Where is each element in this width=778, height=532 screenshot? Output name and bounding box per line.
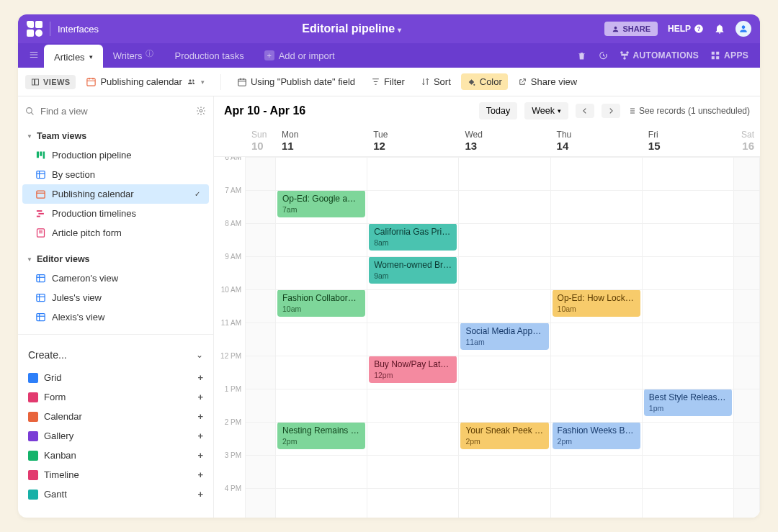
calendar-col-fri[interactable]: Best Style Release...1pm xyxy=(643,157,734,518)
calendar-day-headers: Sun10Mon11Tue12Wed13Thu14Fri15Sat16 xyxy=(214,125,760,157)
using-field-button[interactable]: Using "Publish date" field xyxy=(231,73,361,90)
view-item-label: Production pipeline xyxy=(52,150,132,161)
view-sidebar: ▼ Team views Production pipelineBy secti… xyxy=(18,96,214,518)
view-name-button[interactable]: Publishing calendar ▾ xyxy=(80,73,210,90)
event-title: Best Style Release... xyxy=(649,392,729,402)
color-button[interactable]: Color xyxy=(461,73,508,90)
event-time: 9am xyxy=(374,271,452,280)
create-item[interactable]: Kanban+ xyxy=(18,446,213,465)
time-gutter: 6 AM7 AM8 AM9 AM10 AM11 AM12 PM1 PM2 PM3… xyxy=(214,157,246,518)
calendar-col-sat[interactable] xyxy=(734,157,760,518)
interfaces-link[interactable]: Interfaces xyxy=(58,24,99,35)
view-item-label: Production timelines xyxy=(52,208,136,219)
prev-week-button[interactable] xyxy=(576,104,594,118)
event-title: Your Sneak Peek at... xyxy=(465,425,548,436)
share-button[interactable]: SHARE xyxy=(604,22,658,36)
svg-rect-9 xyxy=(32,79,35,85)
tab-writers[interactable]: Writersⓘ xyxy=(103,46,165,66)
list-icon xyxy=(627,107,636,115)
team-view-item[interactable]: Production pipeline xyxy=(18,145,213,165)
calendar-event[interactable]: Fashion Weeks Bal...2pm xyxy=(553,422,640,449)
event-time: 12pm xyxy=(374,371,452,379)
brand-icon[interactable] xyxy=(27,21,43,37)
next-week-button[interactable] xyxy=(602,104,620,118)
create-item[interactable]: Gallery+ xyxy=(18,426,213,446)
hour-label: 7 AM xyxy=(214,186,246,194)
calendar-col-tue[interactable]: California Gas Pric...8amWomen-owned Bra… xyxy=(367,157,459,518)
calendar-col-sun[interactable] xyxy=(246,157,276,518)
section-editor-views[interactable]: ▼ Editor views xyxy=(18,248,213,269)
bell-icon[interactable] xyxy=(714,23,725,35)
calendar-event[interactable]: Your Sneak Peek at...2pm xyxy=(460,422,548,449)
gear-icon[interactable] xyxy=(196,106,206,116)
caret-down-icon: ▾ xyxy=(89,53,93,60)
hour-label: 9 AM xyxy=(214,253,246,261)
help-link[interactable]: HELP ? xyxy=(668,24,704,34)
add-or-import-button[interactable]: + Add or import xyxy=(264,50,335,61)
calendar-event[interactable]: Buy Now/Pay Later ...12pm xyxy=(369,356,457,383)
filter-button[interactable]: Filter xyxy=(365,73,411,90)
calendar-event[interactable]: Social Media Apps ...11am xyxy=(460,323,548,350)
event-title: Fashion Collaborati... xyxy=(282,293,364,303)
svg-rect-5 xyxy=(712,52,715,55)
automations-link[interactable]: AUTOMATIONS xyxy=(620,50,699,60)
create-item-label: Timeline xyxy=(44,469,79,480)
editor-view-item[interactable]: Alexis's view xyxy=(18,307,213,327)
history-icon[interactable] xyxy=(598,50,608,60)
calendar-body[interactable]: 6 AM7 AM8 AM9 AM10 AM11 AM12 PM1 PM2 PM3… xyxy=(214,157,760,518)
view-type-icon xyxy=(28,470,38,480)
calendar-event[interactable]: Best Style Release...1pm xyxy=(644,389,732,416)
base-title[interactable]: Editorial pipeline▾ xyxy=(302,22,401,35)
search-input[interactable] xyxy=(40,106,190,117)
create-item[interactable]: Grid+ xyxy=(18,368,213,387)
svg-rect-22 xyxy=(37,152,39,158)
day-header: Wed13 xyxy=(459,125,550,156)
automations-icon xyxy=(620,50,630,60)
menu-icon[interactable] xyxy=(24,50,44,62)
calendar-event[interactable]: Fashion Collaborati...10am xyxy=(277,289,365,317)
calendar-event[interactable]: Op-Ed: How Lockd...10am xyxy=(553,289,640,317)
find-view-search[interactable] xyxy=(18,96,213,125)
trash-icon[interactable] xyxy=(577,51,586,60)
plus-icon: + xyxy=(197,450,203,461)
create-item[interactable]: Timeline+ xyxy=(18,465,213,484)
sort-button[interactable]: Sort xyxy=(415,73,457,90)
svg-rect-36 xyxy=(37,275,45,282)
plus-icon: + xyxy=(197,392,203,402)
team-view-item[interactable]: By section xyxy=(18,165,213,184)
calendar-event[interactable]: Women-owned Bra...9am xyxy=(369,256,457,284)
team-view-item[interactable]: Publishing calendar✓ xyxy=(22,184,209,204)
plus-icon: + xyxy=(197,411,203,422)
calendar-col-thu[interactable]: Op-Ed: How Lockd...10amFashion Weeks Bal… xyxy=(551,157,643,518)
calendar-col-mon[interactable]: Op-Ed: Google and...7amFashion Collabora… xyxy=(276,157,367,518)
apps-icon xyxy=(710,50,720,60)
calendar-col-wed[interactable]: Social Media Apps ...11amYour Sneak Peek… xyxy=(459,157,550,518)
create-section-head[interactable]: Create... ⌄ xyxy=(18,342,213,368)
avatar[interactable] xyxy=(735,21,751,37)
create-item[interactable]: Calendar+ xyxy=(18,407,213,426)
tab-production-tasks[interactable]: Production tasks xyxy=(165,46,254,66)
section-team-views[interactable]: ▼ Team views xyxy=(18,125,213,145)
team-view-item[interactable]: Article pitch form xyxy=(18,223,213,243)
views-button[interactable]: VIEWS xyxy=(25,75,76,89)
create-item[interactable]: Form+ xyxy=(18,387,213,407)
week-picker[interactable]: Week ▾ xyxy=(524,102,568,120)
tab-articles[interactable]: Articles▾ xyxy=(44,45,103,69)
team-view-item[interactable]: Production timelines xyxy=(18,204,213,223)
calendar-event[interactable]: Nesting Remains Pr...2pm xyxy=(277,422,365,449)
hour-label: 2 PM xyxy=(214,418,246,426)
editor-view-item[interactable]: Cameron's view xyxy=(18,269,213,288)
people-icon xyxy=(186,78,197,86)
today-button[interactable]: Today xyxy=(479,102,517,120)
see-records-button[interactable]: See records (1 unscheduled) xyxy=(627,106,750,116)
calendar-event[interactable]: California Gas Pric...8am xyxy=(369,223,457,251)
create-item[interactable]: Gantt+ xyxy=(18,484,213,504)
hour-label: 1 PM xyxy=(214,385,246,393)
editor-view-item[interactable]: Jules's view xyxy=(18,288,213,307)
calendar-event[interactable]: Op-Ed: Google and...7am xyxy=(277,190,365,217)
day-header: Sat16 xyxy=(734,125,760,156)
share-view-button[interactable]: Share view xyxy=(512,73,583,90)
apps-link[interactable]: APPS xyxy=(710,50,748,60)
view-toolbar: VIEWS Publishing calendar ▾ Using "Publi… xyxy=(18,68,760,96)
sort-icon xyxy=(421,77,430,86)
